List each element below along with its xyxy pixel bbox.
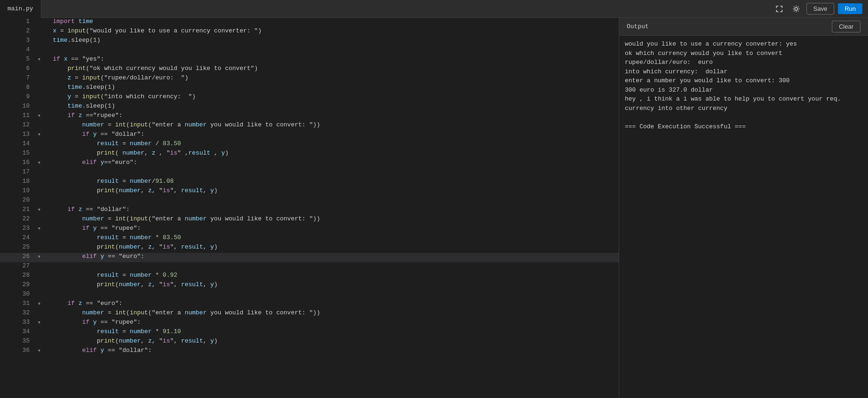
line-number: 35	[0, 337, 35, 347]
svg-line-8	[793, 10, 794, 11]
line-number: 21	[0, 206, 35, 215]
fold-indicator[interactable]	[35, 46, 51, 55]
line-number: 31	[0, 300, 35, 309]
run-button[interactable]: Run	[838, 3, 862, 14]
table-row: 9 y = input("into which currency: ")	[0, 93, 619, 102]
clear-button[interactable]: Clear	[832, 21, 860, 32]
table-row: 36▾ elif y == "dollar":	[0, 347, 619, 356]
line-number: 29	[0, 281, 35, 290]
table-row: 14 result = number / 83.50	[0, 140, 619, 149]
table-row: 28 result = number * 0.92	[0, 272, 619, 281]
table-row: 21▾ if z == "dollar":	[0, 206, 619, 215]
code-cell: print(number, z, "is", result, y)	[51, 337, 619, 347]
fold-indicator[interactable]: ▾	[35, 319, 51, 328]
table-row: 6 print("ok which currency would you lik…	[0, 65, 619, 74]
code-cell	[51, 46, 619, 55]
fold-indicator[interactable]	[35, 149, 51, 159]
fold-indicator[interactable]: ▾	[35, 112, 51, 121]
code-cell	[51, 168, 619, 178]
fold-indicator[interactable]	[35, 337, 51, 347]
table-row: 4	[0, 46, 619, 55]
line-number: 13	[0, 131, 35, 140]
table-row: 29 print(number, z, "is", result, y)	[0, 281, 619, 290]
line-number: 32	[0, 309, 35, 319]
fold-indicator[interactable]	[35, 272, 51, 281]
fold-indicator[interactable]	[35, 234, 51, 243]
fold-indicator[interactable]: ▾	[35, 300, 51, 309]
table-row: 5▾if x == "yes":	[0, 55, 619, 65]
fold-indicator[interactable]	[35, 93, 51, 102]
fold-indicator[interactable]: ▾	[35, 159, 51, 168]
line-number: 17	[0, 168, 35, 178]
output-line	[625, 113, 862, 122]
output-line: === Code Execution Successful ===	[625, 122, 862, 132]
fold-indicator[interactable]	[35, 178, 51, 187]
table-row: 1 import time	[0, 18, 619, 27]
expand-button[interactable]	[773, 3, 786, 15]
fold-indicator[interactable]: ▾	[35, 253, 51, 262]
code-cell: time.sleep(1)	[51, 102, 619, 112]
code-cell: print(number, z, "is", result, y)	[51, 243, 619, 253]
output-line: ok which currency would you like to conv…	[625, 49, 862, 58]
fold-indicator[interactable]: ▾	[35, 55, 51, 65]
output-line: would you like to use a currency convert…	[625, 39, 862, 49]
code-cell: number = int(input("enter a number you w…	[51, 215, 619, 225]
output-content[interactable]: would you like to use a currency convert…	[619, 36, 868, 398]
sun-icon	[792, 5, 800, 13]
fold-indicator[interactable]	[35, 65, 51, 74]
code-cell: z = input("rupee/dollar/euro: ")	[51, 74, 619, 84]
fold-indicator[interactable]	[35, 140, 51, 149]
code-table: 1 import time2 x = input("would you like…	[0, 18, 619, 356]
fold-indicator[interactable]	[35, 27, 51, 37]
table-row: 12 number = int(input("enter a number yo…	[0, 121, 619, 131]
code-cell: if z =="rupee":	[51, 112, 619, 121]
fold-indicator[interactable]	[35, 187, 51, 196]
table-row: 16▾ elif y=="euro":	[0, 159, 619, 168]
fold-indicator[interactable]	[35, 18, 51, 27]
line-number: 23	[0, 225, 35, 234]
output-line: rupee/dollar/euro: euro	[625, 58, 862, 67]
code-cell: number = int(input("enter a number you w…	[51, 309, 619, 319]
line-number: 1	[0, 18, 35, 27]
table-row: 3 time.sleep(1)	[0, 37, 619, 46]
table-row: 20	[0, 196, 619, 206]
code-cell: print( number, z , "is" ,result , y)	[51, 149, 619, 159]
fold-indicator[interactable]	[35, 121, 51, 131]
fold-indicator[interactable]: ▾	[35, 347, 51, 356]
fold-indicator[interactable]: ▾	[35, 225, 51, 234]
theme-toggle-button[interactable]	[790, 3, 803, 15]
fold-indicator[interactable]	[35, 243, 51, 253]
line-number: 10	[0, 102, 35, 112]
code-cell: if y == "rupee":	[51, 319, 619, 328]
fold-indicator[interactable]	[35, 102, 51, 112]
fold-indicator[interactable]	[35, 84, 51, 93]
fold-indicator[interactable]	[35, 74, 51, 84]
code-cell: result = number / 83.50	[51, 140, 619, 149]
table-row: 34 result = number * 91.10	[0, 328, 619, 337]
fold-indicator[interactable]	[35, 168, 51, 178]
code-cell: print(number, z, "is", result, y)	[51, 281, 619, 290]
fold-indicator[interactable]	[35, 309, 51, 319]
fold-indicator[interactable]	[35, 290, 51, 300]
fold-indicator[interactable]	[35, 328, 51, 337]
table-row: 33▾ if y == "rupee":	[0, 319, 619, 328]
fold-indicator[interactable]	[35, 196, 51, 206]
editor-pane[interactable]: 1 import time2 x = input("would you like…	[0, 18, 619, 398]
fold-indicator[interactable]	[35, 281, 51, 290]
line-number: 8	[0, 84, 35, 93]
line-number: 18	[0, 178, 35, 187]
table-row: 30	[0, 290, 619, 300]
fold-indicator[interactable]	[35, 262, 51, 272]
fold-indicator[interactable]: ▾	[35, 131, 51, 140]
fold-indicator[interactable]	[35, 37, 51, 46]
line-number: 34	[0, 328, 35, 337]
table-row: 26▾ elif y == "euro":	[0, 253, 619, 262]
line-number: 5	[0, 55, 35, 65]
line-number: 9	[0, 93, 35, 102]
file-tab[interactable]: main.py	[0, 0, 41, 18]
save-button[interactable]: Save	[807, 3, 835, 15]
fold-indicator[interactable]	[35, 215, 51, 225]
output-header: Output Clear	[619, 18, 868, 36]
fold-indicator[interactable]: ▾	[35, 206, 51, 215]
line-number: 30	[0, 290, 35, 300]
